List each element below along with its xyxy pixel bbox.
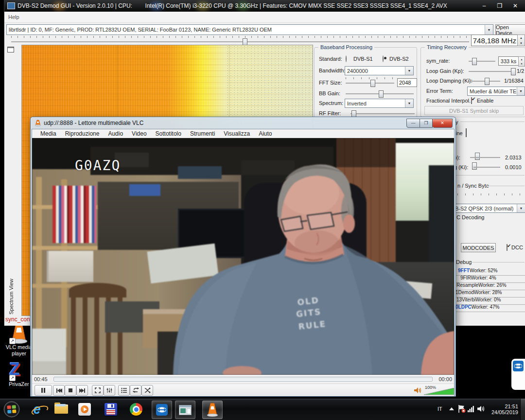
vlc-seek-row: 00:45 00:00 (32, 375, 454, 384)
menu-media[interactable]: Media (36, 130, 61, 137)
rf-filter-slider-track[interactable] (350, 113, 415, 114)
frequency-spinner[interactable]: ▲▼ (517, 35, 525, 46)
playlist-button[interactable] (118, 385, 130, 396)
debug-worker-row: 0LDPCWorker: 47% (453, 304, 525, 312)
network-signal-icon[interactable] (468, 405, 475, 413)
kp-slider-track[interactable] (470, 157, 500, 158)
menu-riproduzione[interactable]: Riproduzione (61, 130, 104, 137)
dvbs2-radio[interactable] (383, 55, 384, 62)
stop-button[interactable] (65, 385, 76, 396)
menu-help[interactable]: Help (4, 14, 19, 20)
worker-stat: Worker: 52% (470, 268, 498, 273)
speaker-icon[interactable] (414, 387, 421, 394)
tray-clock[interactable]: 21:51 24/05/2019 (487, 402, 518, 417)
spin-down-icon[interactable]: ▼ (520, 42, 523, 45)
volume-slider[interactable] (424, 388, 454, 395)
vlc-titlebar[interactable]: udp://:8888 - Lettore multimediale VLC —… (31, 117, 455, 129)
sym-rate-slider-thumb[interactable] (472, 58, 477, 65)
ki-slider-track[interactable] (473, 167, 500, 168)
taskbar-save-app[interactable] (101, 401, 121, 418)
kp-slider-thumb[interactable] (475, 153, 480, 160)
loop-button[interactable] (130, 385, 141, 396)
windows-start-icon (3, 401, 20, 418)
chevron-down-icon[interactable]: ▼ (485, 25, 493, 35)
loop-gain-slider-track[interactable] (469, 71, 515, 72)
fractional-interpol-checkbox[interactable] (471, 97, 472, 104)
loop-damping-slider-thumb[interactable] (485, 78, 490, 85)
fft-size-field[interactable]: 2048 (397, 78, 417, 87)
taskbar-vlc[interactable] (202, 401, 223, 419)
decoding-label-fragment: C Decoding (456, 214, 484, 220)
spin-down-icon[interactable]: ▼ (521, 62, 523, 65)
minimize-icon[interactable]: — (406, 119, 420, 128)
maximize-icon[interactable]: ❐ (420, 119, 433, 128)
device-combo[interactable]: librtlsdr | ID: 0, MF: Generic, PROD: RT… (6, 24, 493, 35)
worker-stat: Worker: 47% (472, 304, 500, 310)
fft-slider-thumb[interactable] (370, 80, 375, 87)
seek-bar[interactable] (53, 377, 433, 382)
menu-sottotitolo[interactable]: Sottotitolo (151, 130, 186, 137)
dvbs2-titlebar[interactable]: DVB-S2 Demod GUI - Version 2.0.10 | CPU:… (4, 0, 525, 12)
dcc-label[interactable]: DCC (511, 245, 523, 250)
spin-up-icon[interactable]: ▲ (521, 58, 523, 61)
taskbar-file-explorer[interactable] (52, 401, 71, 418)
spectrum-view-tab[interactable]: Spectrum View (8, 268, 14, 315)
menu-audio[interactable]: Audio (104, 130, 127, 137)
sym-rate-field[interactable]: 333 ks (498, 56, 519, 66)
tray-speaker-icon[interactable] (477, 405, 485, 413)
menu-aiuto[interactable]: Aiuto (254, 130, 276, 137)
symbol-skip-button[interactable]: DVB-S1 Symbol skip (424, 106, 524, 115)
modcod-combo[interactable]: B-S2 QPSK 2/3 (normal) ▼ (453, 204, 525, 213)
chevron-down-icon[interactable]: ▼ (405, 67, 413, 75)
next-button[interactable] (76, 385, 88, 396)
tray-language[interactable]: IT (438, 406, 442, 412)
menu-strumenti[interactable]: Strumenti (186, 130, 219, 137)
minimize-icon[interactable]: – (479, 2, 490, 9)
shuffle-button[interactable] (141, 385, 153, 396)
taskbar-media-app[interactable] (75, 401, 94, 418)
chevron-down-icon[interactable]: ▼ (405, 99, 413, 107)
dvbs1-radio-label[interactable]: DVB-S1 (353, 56, 373, 62)
tray-expand-icon[interactable] (449, 407, 454, 410)
close-icon[interactable]: ✕ (433, 119, 453, 128)
menu-visualizza[interactable]: Visualizza (219, 130, 254, 137)
error-term-combo[interactable]: Mueller & Müller TED ▼ (467, 87, 525, 96)
frequency-slider-track[interactable] (11, 41, 469, 42)
detach-view-icon[interactable] (7, 47, 14, 52)
sync-config-label[interactable]: sync_confi (5, 316, 33, 323)
bb-gain-slider-thumb[interactable] (379, 90, 384, 98)
taskbar-teamviewer[interactable] (152, 401, 172, 419)
action-center-flag-icon[interactable] (458, 404, 466, 414)
taskbar-internet-explorer[interactable]: e (27, 401, 47, 418)
dvbs1-radio[interactable] (346, 55, 347, 62)
fullscreen-button[interactable] (92, 385, 104, 396)
previous-button[interactable] (53, 385, 65, 396)
frequency-field[interactable]: 748,188 MHz (471, 35, 518, 46)
bandwidth-combo[interactable]: 2400000 ▼ (345, 66, 414, 75)
video-frame[interactable]: OLD GITS RULE G0AZQ (32, 138, 454, 375)
dvbs2-radio-label[interactable]: DVB-S2 (389, 56, 409, 62)
taskbar-chrome[interactable] (126, 401, 146, 418)
chevron-down-icon[interactable]: ▼ (517, 87, 525, 95)
loop-gain-slider-thumb[interactable] (511, 68, 516, 75)
show-desktop-button[interactable] (520, 399, 525, 420)
close-icon[interactable]: ✕ (510, 2, 521, 9)
maximize-icon[interactable]: ❐ (494, 2, 505, 9)
chevron-down-icon[interactable]: ▼ (517, 204, 525, 212)
modcodes-button[interactable]: MODCODES (461, 243, 496, 252)
teamviewer-edge-panel[interactable] (511, 359, 525, 390)
open-device-button[interactable]: Open Device (495, 24, 525, 35)
dcc-checkbox[interactable] (507, 244, 508, 251)
taskbar-demod-gui[interactable] (175, 401, 195, 419)
ki-slider-thumb[interactable] (472, 162, 477, 170)
equalizer-button[interactable] (104, 385, 115, 396)
fft-slider-track[interactable] (346, 83, 394, 84)
pause-button[interactable] (35, 385, 52, 396)
enable-label[interactable]: Enable (477, 98, 493, 104)
sym-rate-spinner[interactable]: ▲▼ (518, 56, 525, 67)
menu-video[interactable]: Video (127, 130, 151, 137)
spectrum-mode-combo[interactable]: Inverted ▼ (345, 99, 414, 108)
start-button[interactable] (2, 401, 21, 418)
spin-up-icon[interactable]: ▲ (520, 36, 523, 39)
covered-slider-thumb[interactable] (466, 128, 467, 137)
